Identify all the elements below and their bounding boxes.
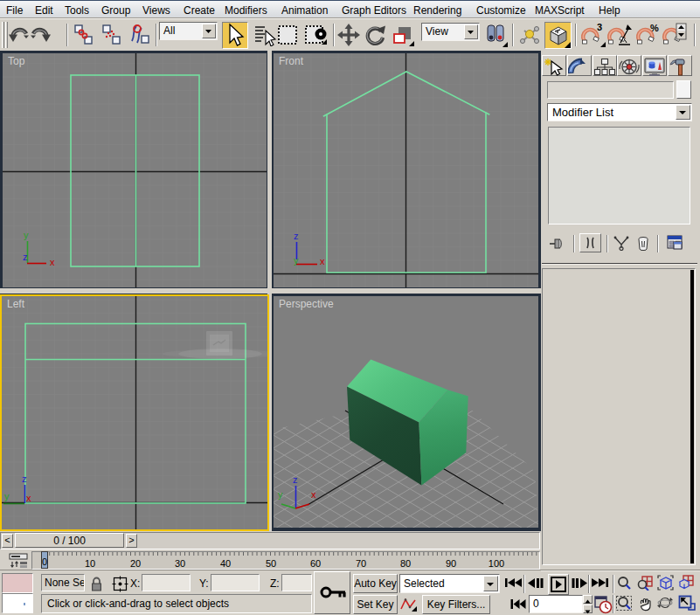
svg-text:y: y	[294, 255, 299, 266]
svg-text:70: 70	[356, 558, 366, 569]
svg-text:y: y	[4, 491, 10, 501]
svg-text:y: y	[24, 230, 29, 240]
svg-text:10: 10	[85, 558, 95, 569]
svg-text:z: z	[294, 231, 299, 241]
svg-text:100: 100	[489, 558, 504, 569]
svg-text:z: z	[22, 473, 27, 484]
svg-text:80: 80	[400, 558, 411, 569]
svg-text:x: x	[26, 493, 31, 503]
svg-text:3: 3	[597, 22, 602, 32]
svg-text:%: %	[650, 23, 659, 33]
svg-text:20: 20	[130, 558, 141, 569]
svg-text:50: 50	[266, 558, 276, 569]
svg-text:60: 60	[310, 558, 321, 569]
svg-text:y: y	[278, 489, 283, 500]
svg-text:x: x	[50, 257, 55, 267]
svg-text:z: z	[293, 474, 298, 485]
svg-text:40: 40	[220, 558, 231, 569]
svg-text:x: x	[311, 489, 316, 500]
svg-text:90: 90	[446, 558, 456, 569]
svg-text:30: 30	[175, 558, 185, 569]
svg-text:x: x	[320, 256, 325, 266]
svg-text:z: z	[23, 252, 28, 262]
